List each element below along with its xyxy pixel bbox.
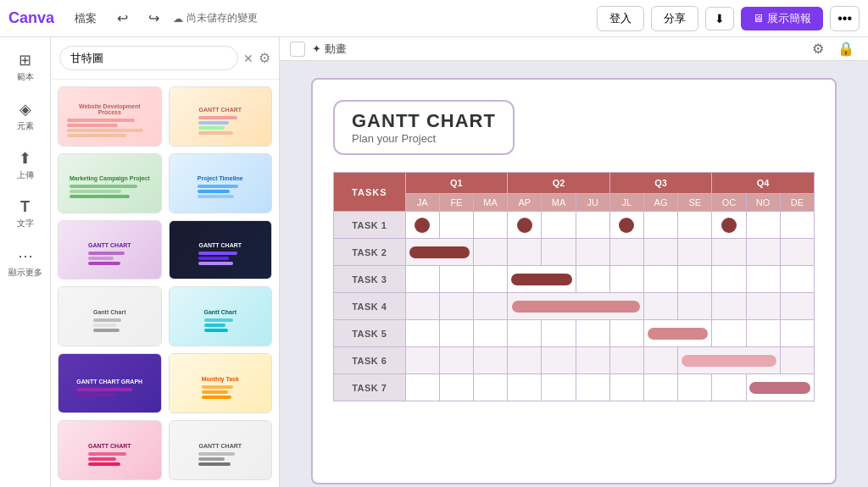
login-button[interactable]: 登入: [597, 6, 644, 31]
gantt-cell: [746, 212, 780, 239]
gantt-cell: [405, 347, 439, 374]
sidebar-item-label: 範本: [17, 71, 34, 83]
sparkle-icon: ✦: [312, 42, 321, 55]
gantt-cell: [439, 347, 473, 374]
text-icon: T: [20, 198, 30, 216]
gantt-cell: [780, 293, 814, 320]
month-row: JA FE MA AP MA JU JL AG SE OC NO DE: [334, 194, 815, 212]
gantt-subtitle: Plan your Project: [352, 132, 496, 145]
sidebar-item-elements[interactable]: ◈ 元素: [3, 93, 47, 139]
content-toolbar: ✦ 動畫 ⚙ 🔒: [280, 37, 868, 61]
template-card[interactable]: Gantt Chart: [169, 286, 273, 346]
task-4-label: TASK 4: [334, 293, 406, 320]
table-row: TASK 3: [334, 266, 815, 293]
animation-toggle[interactable]: ✦ 動畫: [312, 42, 347, 57]
table-row: TASK 4: [334, 293, 815, 320]
gantt-cell: [712, 293, 746, 320]
gantt-chart[interactable]: GANTT CHART Plan your Project TASKS Q1 Q…: [311, 78, 837, 484]
task-6-label: TASK 6: [334, 347, 406, 374]
gantt-cell: [746, 293, 780, 320]
tasks-column-header: TASKS: [334, 173, 406, 212]
task-1-label: TASK 1: [334, 212, 406, 239]
gantt-cell: [542, 212, 576, 239]
template-card[interactable]: GANTT CHART: [58, 420, 162, 480]
gantt-cell: [678, 374, 712, 401]
gantt-cell: [474, 374, 508, 401]
filter-icon[interactable]: ⚙: [259, 50, 270, 66]
more-options-button[interactable]: •••: [830, 6, 860, 31]
upload-icon: ⬆: [19, 149, 31, 168]
template-card[interactable]: GANTT CHART: [169, 420, 273, 480]
gantt-cell: [712, 266, 746, 293]
sidebar-item-label: 文字: [17, 218, 34, 230]
gantt-cell: [712, 239, 746, 266]
canva-logo: Canva: [8, 9, 54, 27]
gantt-cell: [678, 293, 712, 320]
template-card[interactable]: GANTT CHART GRAPH PRO: [58, 353, 162, 413]
topbar: Canva 檔案 ↩ ↪ ☁ 尚未儲存的變更 登入 分享 ⬇ 🖥 展示簡報 ••…: [0, 0, 868, 37]
gantt-cell: [439, 266, 473, 293]
gantt-cell: [643, 239, 677, 266]
template-card[interactable]: Monthly Task: [169, 353, 273, 413]
month-de: DE: [780, 194, 814, 212]
gantt-cell: [609, 239, 643, 266]
month-ag: AG: [643, 194, 677, 212]
search-bar: ✕ ⚙: [51, 37, 279, 80]
adjust-icon-button[interactable]: ⚙: [809, 37, 827, 60]
template-card[interactable]: Project Timeline: [169, 153, 273, 213]
month-ju: JU: [576, 194, 609, 212]
gantt-cell: [712, 320, 746, 347]
lock-icon-button[interactable]: 🔒: [834, 37, 858, 60]
gantt-cell: [609, 374, 643, 401]
gantt-cell: [609, 212, 643, 239]
month-fe: FE: [439, 194, 473, 212]
gantt-cell: [780, 212, 814, 239]
gantt-cell: [780, 347, 814, 374]
table-row: TASK 1: [334, 212, 815, 239]
month-se: SE: [678, 194, 712, 212]
elements-icon: ◈: [19, 100, 31, 119]
month-ma1: MA: [474, 194, 508, 212]
gantt-cell: [712, 374, 746, 401]
q2-header: Q2: [508, 173, 610, 194]
share-button[interactable]: 分享: [651, 6, 698, 31]
undo-button[interactable]: ↩: [110, 7, 135, 30]
download-button[interactable]: ⬇: [705, 7, 734, 30]
gantt-cell: [678, 239, 712, 266]
search-input[interactable]: [59, 46, 238, 70]
gantt-cell: [643, 347, 677, 374]
q1-header: Q1: [405, 173, 508, 194]
gantt-cell: [508, 239, 542, 266]
gantt-cell: [609, 347, 643, 374]
monitor-icon: 🖥: [753, 12, 764, 25]
template-card[interactable]: GANTT CHART: [169, 86, 273, 147]
template-card[interactable]: GANTT CHART: [169, 220, 273, 280]
gantt-cell: [405, 320, 439, 347]
gantt-cell: [508, 320, 542, 347]
template-card[interactable]: Marketing Campaign Project: [58, 153, 162, 213]
gantt-cell-bar: [678, 347, 781, 374]
template-card[interactable]: GANTT CHART: [58, 220, 162, 280]
q4-header: Q4: [712, 173, 815, 194]
template-card[interactable]: Website Development Process: [58, 86, 162, 147]
page-checkbox[interactable]: [290, 42, 305, 57]
quarter-row: TASKS Q1 Q2 Q3 Q4: [334, 173, 815, 194]
month-no: NO: [746, 194, 780, 212]
sidebar-item-upload[interactable]: ⬆ 上傳: [3, 142, 47, 188]
gantt-cell: [576, 374, 609, 401]
gantt-cell-bar: [405, 239, 473, 266]
gantt-cell: [780, 266, 814, 293]
template-card[interactable]: Gantt Chart: [58, 286, 162, 346]
redo-button[interactable]: ↪: [142, 7, 166, 30]
sidebar-item-text[interactable]: T 文字: [3, 191, 47, 236]
gantt-cell: [609, 320, 643, 347]
gantt-title: GANTT CHART: [352, 110, 496, 132]
gantt-cell: [746, 239, 780, 266]
sidebar-item-templates[interactable]: ⊞ 範本: [3, 44, 47, 90]
present-button[interactable]: 🖥 展示簡報: [741, 7, 823, 30]
gantt-cell: [678, 212, 712, 239]
file-menu[interactable]: 檔案: [68, 8, 103, 30]
sidebar-item-more[interactable]: ⋯ 顯示更多: [3, 240, 47, 285]
gantt-cell: [780, 320, 814, 347]
search-clear-button[interactable]: ✕: [243, 52, 253, 65]
